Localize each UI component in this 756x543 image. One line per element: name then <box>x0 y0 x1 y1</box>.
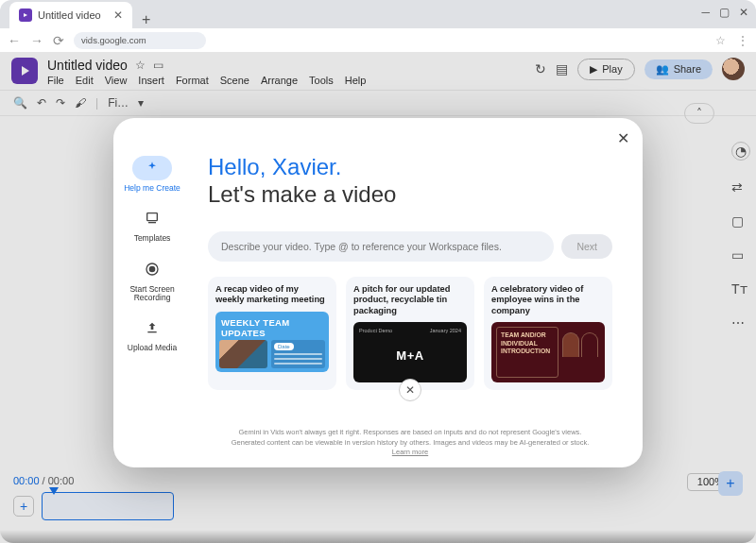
maximize-icon[interactable]: ▢ <box>719 6 730 19</box>
card-title: A celebratory video of employee wins in … <box>491 284 605 317</box>
card-thumbnail: WEEKLY TEAM UPDATES Date <box>215 312 329 372</box>
svg-point-2 <box>149 265 156 272</box>
browser-tab[interactable]: Untitled video ✕ <box>9 2 132 28</box>
svg-rect-0 <box>147 213 158 221</box>
suggestion-card[interactable]: A pitch for our updated product, recycla… <box>346 277 474 391</box>
forward-icon[interactable]: → <box>30 33 43 48</box>
record-icon <box>145 262 160 277</box>
new-tab-button[interactable]: + <box>132 11 160 28</box>
templates-icon <box>145 211 160 226</box>
back-icon[interactable]: ← <box>8 33 21 48</box>
suggestion-card[interactable]: A recap video of my weekly marketing mee… <box>208 277 336 391</box>
rail-upload-media[interactable]: Upload Media <box>128 315 177 352</box>
minimize-icon[interactable]: ─ <box>701 6 710 19</box>
greeting: Hello, Xavier. Let's make a video <box>208 154 612 209</box>
url-text: vids.google.com <box>81 35 146 45</box>
rail-start-recording[interactable]: Start Screen Recording <box>117 257 187 303</box>
shuffle-suggestions-icon[interactable]: ✕ <box>399 379 421 401</box>
suggestion-row: A recap video of my weekly marketing mee… <box>208 277 612 391</box>
modal-close-icon[interactable]: ✕ <box>617 129 629 147</box>
modal-side-rail: Help me Create Templates Start Screen Re… <box>113 118 191 467</box>
card-thumbnail: TEAM AND/OR INDIVIDUAL INTRODUCTION <box>491 322 605 382</box>
disclaimer: Gemini in Vids won't always get it right… <box>208 428 612 456</box>
rail-templates[interactable]: Templates <box>132 206 172 243</box>
card-thumbnail: Product DemoJanuary 2024 M+A <box>353 322 467 382</box>
settings-icon[interactable]: ⋮ <box>737 34 748 47</box>
tab-close-icon[interactable]: ✕ <box>113 8 123 22</box>
address-bar[interactable]: vids.google.com <box>74 32 206 49</box>
upload-icon <box>145 320 160 335</box>
svg-rect-4 <box>147 331 156 332</box>
help-me-create-modal: ✕ Help me Create Templates Start Screen … <box>113 118 643 467</box>
close-window-icon[interactable]: ✕ <box>739 6 748 19</box>
tab-title: Untitled video <box>38 9 101 21</box>
window-shadow <box>0 530 756 543</box>
sparkle-icon <box>145 161 160 176</box>
prompt-input[interactable] <box>208 231 554 262</box>
rail-help-me-create[interactable]: Help me Create <box>124 156 180 193</box>
suggestion-card[interactable]: A celebratory video of employee wins in … <box>484 277 612 391</box>
favicon <box>19 8 32 22</box>
greeting-hello: Hello, Xavier. <box>208 154 612 181</box>
browser-chrome: Untitled video ✕ + ─ ▢ ✕ ← → ⟳ vids.goog… <box>0 0 756 52</box>
card-title: A pitch for our updated product, recycla… <box>353 284 467 317</box>
card-title: A recap video of my weekly marketing mee… <box>215 284 329 306</box>
svg-rect-1 <box>148 222 156 223</box>
greeting-subtitle: Let's make a video <box>208 181 612 209</box>
learn-more-link[interactable]: Learn more <box>392 448 428 456</box>
next-button[interactable]: Next <box>561 234 612 259</box>
reload-icon[interactable]: ⟳ <box>53 33 64 48</box>
page-info-icon[interactable]: ☆ <box>715 34 726 47</box>
window-controls: ─ ▢ ✕ <box>701 6 748 19</box>
